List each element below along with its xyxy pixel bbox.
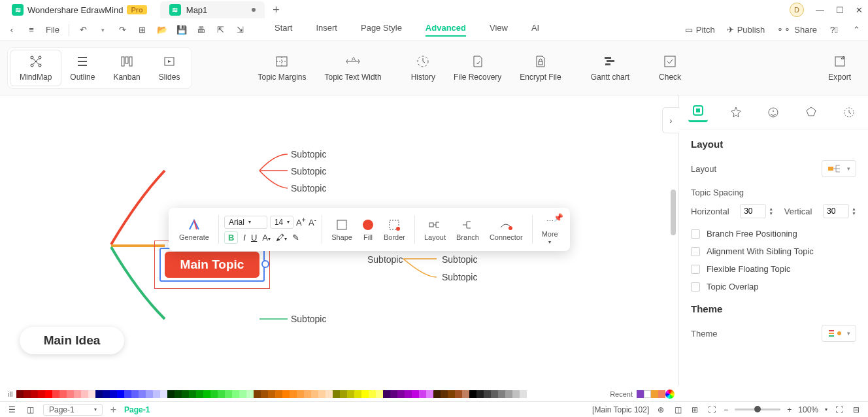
subtopic-node[interactable]: Subtopic [442,254,477,265]
panel-tab-layout[interactable] [688,103,708,122]
minimize-button[interactable]: — [816,5,824,15]
publish-button[interactable]: ✈Publish [727,25,765,35]
border-button[interactable]: Border [380,218,409,241]
color-swatch[interactable] [455,390,462,398]
help-icon[interactable]: ?⃝ [829,25,839,35]
main-topic-red[interactable]: Main Topic [165,252,259,278]
view-kanban[interactable]: Kanban [104,50,149,86]
color-swatch[interactable] [45,390,52,398]
vertical-input[interactable] [823,204,849,218]
color-swatch[interactable] [326,390,333,398]
color-swatch[interactable] [520,390,527,398]
columns-icon[interactable]: ◫ [673,405,683,415]
align-sibling-checkbox[interactable]: Alignment With Sibling Topic [691,246,856,256]
color-swatch[interactable] [361,390,369,398]
color-swatch[interactable] [462,390,469,398]
generate-button[interactable]: Generate [175,218,213,241]
panel-tab-shape[interactable] [801,103,821,122]
grow-font-icon[interactable]: A+ [296,216,306,229]
tab-insert[interactable]: Insert [316,23,337,37]
color-swatch[interactable] [110,390,117,398]
color-swatch[interactable] [261,390,268,398]
subtopic-node[interactable]: Subtopic [291,314,326,324]
back-icon[interactable]: ‹ [7,25,17,35]
color-swatch[interactable] [297,390,304,398]
subtopic-node[interactable]: Subtopic [291,183,326,193]
recent-swatch[interactable] [651,390,658,398]
color-swatch[interactable] [160,390,167,398]
maximize-button[interactable]: ☐ [836,5,844,15]
color-swatch[interactable] [67,390,74,398]
export-button[interactable]: Export [819,50,860,86]
undo-icon[interactable]: ↶ [78,25,89,35]
color-swatch[interactable] [304,390,311,398]
user-avatar[interactable]: D [790,3,804,17]
save-icon[interactable]: 💾 [176,25,187,35]
font-color-button[interactable]: A▾ [262,233,271,242]
color-swatch[interactable] [290,390,297,398]
fontsize-select[interactable]: 14▾ [270,216,293,229]
color-swatch[interactable] [282,390,290,398]
color-swatch[interactable] [218,390,225,398]
color-swatch[interactable] [95,390,103,398]
color-swatch[interactable] [16,390,24,398]
main-idea-node[interactable]: Main Idea [20,327,124,354]
page-selector[interactable]: Page-1▾ [43,404,103,416]
pin-icon[interactable]: 📌 [554,213,563,222]
color-swatch[interactable] [182,390,189,398]
close-button[interactable]: ✕ [856,5,863,15]
color-swatch[interactable] [347,390,354,398]
color-swatch[interactable] [24,390,31,398]
color-swatch[interactable] [505,390,512,398]
theme-select[interactable]: ▾ [822,325,856,342]
color-swatch[interactable] [146,390,153,398]
import-icon[interactable]: ⇲ [235,25,246,35]
topic-margins-button[interactable]: Topic Margins [248,50,315,86]
subtopic-node[interactable]: Subtopic [291,166,326,176]
minimize-panel-icon[interactable]: ⊟ [851,405,861,415]
document-tab[interactable]: ≋ Map1 [160,1,265,18]
bold-button[interactable]: B [224,231,238,244]
color-swatch[interactable] [333,390,340,398]
collapse-ribbon-icon[interactable]: ⌃ [851,25,861,35]
color-swatch[interactable] [369,390,376,398]
color-swatch[interactable] [74,390,81,398]
color-swatch[interactable] [59,390,67,398]
horizontal-input[interactable] [740,204,766,218]
connector-button[interactable]: Connector [486,218,527,241]
color-swatch[interactable] [469,390,476,398]
tab-view[interactable]: View [490,23,508,37]
color-swatch[interactable] [139,390,146,398]
color-swatch[interactable] [246,390,254,398]
pitch-button[interactable]: ▭Pitch [685,25,715,35]
view-mindmap[interactable]: MindMap [10,50,61,86]
subtopic-node[interactable]: Subtopic [291,149,326,159]
shrink-font-icon[interactable]: A- [309,216,316,229]
color-swatch[interactable] [225,390,232,398]
color-swatch[interactable] [340,390,347,398]
color-swatch[interactable] [52,390,59,398]
color-swatch[interactable] [239,390,246,398]
color-swatch[interactable] [189,390,196,398]
color-swatch[interactable] [491,390,498,398]
overlap-checkbox[interactable]: Topic Overlap [691,282,856,292]
color-swatch[interactable] [390,390,397,398]
color-swatch[interactable] [103,390,110,398]
panel-tab-icon[interactable] [763,103,783,122]
color-swatch[interactable] [232,390,239,398]
color-swatch[interactable] [88,390,95,398]
share-button[interactable]: ⚬⚬Share [776,25,817,35]
flex-float-checkbox[interactable]: Flexible Floating Topic [691,264,856,274]
color-swatch[interactable] [318,390,326,398]
grid-icon[interactable]: ⊞ [690,405,700,415]
color-swatch[interactable] [433,390,441,398]
fit-icon[interactable]: ⛶ [707,405,717,415]
color-swatch[interactable] [476,390,484,398]
color-swatch[interactable] [484,390,491,398]
color-swatch[interactable] [405,390,412,398]
layout-select[interactable]: ▾ [822,160,856,177]
clear-format-button[interactable]: ✎ [292,233,299,242]
italic-button[interactable]: I [243,233,246,242]
fullscreen-icon[interactable]: ⛶ [834,405,844,415]
recent-swatch[interactable] [637,390,644,398]
